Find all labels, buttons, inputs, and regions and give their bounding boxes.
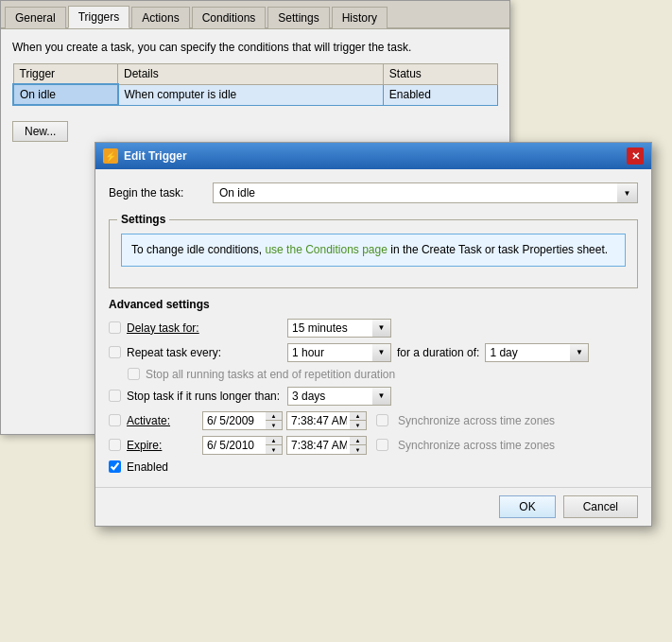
activate-time-wrapper: ▲ ▼ bbox=[286, 411, 367, 430]
stop-task-row: Stop task if it runs longer than: 3 days… bbox=[109, 387, 638, 406]
duration-label: for a duration of: bbox=[397, 346, 479, 359]
edit-trigger-dialog: ⚡ Edit Trigger ✕ Begin the task: On idle… bbox=[95, 142, 652, 527]
dialog-close-button[interactable]: ✕ bbox=[627, 147, 644, 165]
main-content: When you create a task, you can specify … bbox=[1, 29, 509, 153]
info-link[interactable]: use the Conditions page bbox=[265, 243, 387, 256]
delay-task-select-wrapper: 15 minutes 30 minutes 1 hour ▼ bbox=[287, 319, 391, 338]
delay-task-checkbox[interactable] bbox=[109, 321, 121, 334]
activate-date-wrapper: ▲ ▼ bbox=[202, 411, 283, 430]
activate-row: Activate: ▲ ▼ ▲ ▼ Synchronize across tim… bbox=[109, 411, 638, 430]
new-button[interactable]: New... bbox=[12, 121, 68, 142]
stop-running-label: Stop all running tasks at end of repetit… bbox=[146, 368, 395, 381]
expire-date-wrapper: ▲ ▼ bbox=[202, 436, 283, 455]
expire-time-wrapper: ▲ ▼ bbox=[286, 436, 367, 455]
stop-running-row: Stop all running tasks at end of repetit… bbox=[109, 368, 638, 381]
cancel-button[interactable]: Cancel bbox=[563, 495, 638, 518]
duration-select[interactable]: 1 day 12 hours 1 hour bbox=[485, 343, 589, 362]
enabled-row: Enabled bbox=[109, 460, 638, 474]
tab-actions[interactable]: Actions bbox=[131, 7, 189, 28]
repeat-task-checkbox[interactable] bbox=[109, 346, 121, 358]
expire-label: Expire: bbox=[127, 439, 202, 452]
stop-task-checkbox[interactable] bbox=[109, 390, 121, 402]
repeat-task-select[interactable]: 1 hour 30 minutes 15 minutes bbox=[287, 343, 391, 362]
ok-button[interactable]: OK bbox=[499, 495, 555, 518]
dialog-title-text: Edit Trigger bbox=[124, 149, 187, 163]
begin-task-select-wrapper: On idle At startup At log on On a schedu… bbox=[213, 182, 638, 203]
enabled-checkbox[interactable] bbox=[109, 460, 121, 473]
table-row[interactable]: On idle When computer is idle Enabled bbox=[13, 84, 498, 105]
stop-running-checkbox[interactable] bbox=[128, 368, 140, 380]
delay-task-select[interactable]: 15 minutes 30 minutes 1 hour bbox=[287, 319, 391, 338]
tab-history[interactable]: History bbox=[332, 7, 388, 28]
row-details: When computer is idle bbox=[118, 84, 384, 105]
dialog-body: Begin the task: On idle At startup At lo… bbox=[95, 169, 651, 487]
activate-checkbox[interactable] bbox=[109, 414, 121, 426]
repeat-task-select-wrapper: 1 hour 30 minutes 15 minutes ▼ bbox=[287, 343, 391, 362]
expire-checkbox[interactable] bbox=[109, 439, 121, 451]
sync-checkbox-2[interactable] bbox=[376, 439, 388, 451]
dialog-icon: ⚡ bbox=[103, 148, 118, 164]
begin-task-select[interactable]: On idle At startup At log on On a schedu… bbox=[213, 182, 638, 203]
info-box: To change idle conditions, use the Condi… bbox=[121, 234, 626, 267]
description-text: When you create a task, you can specify … bbox=[12, 41, 498, 54]
info-text-after: in the Create Task or task Properties sh… bbox=[390, 243, 608, 256]
delay-task-row: Delay task for: 15 minutes 30 minutes 1 … bbox=[109, 319, 638, 338]
sync-label-2: Synchronize across time zones bbox=[376, 439, 555, 452]
expire-row: Expire: ▲ ▼ ▲ ▼ Synchronize across time … bbox=[109, 436, 638, 455]
activate-time-input[interactable] bbox=[286, 411, 367, 430]
enabled-label: Enabled bbox=[127, 460, 168, 474]
settings-content: To change idle conditions, use the Condi… bbox=[110, 226, 637, 278]
col-header-trigger: Trigger bbox=[13, 64, 118, 85]
expire-date-input[interactable] bbox=[202, 436, 283, 455]
settings-group: Settings To change idle conditions, use … bbox=[109, 213, 638, 288]
begin-task-label: Begin the task: bbox=[109, 186, 213, 200]
expire-time-input[interactable] bbox=[286, 436, 367, 455]
activate-label: Activate: bbox=[127, 414, 202, 427]
sync-checkbox-1[interactable] bbox=[376, 414, 388, 426]
row-status: Enabled bbox=[383, 84, 497, 105]
advanced-settings-label: Advanced settings bbox=[109, 298, 638, 311]
stop-task-select-wrapper: 3 days 1 day 12 hours ▼ bbox=[287, 387, 391, 406]
tab-triggers[interactable]: Triggers bbox=[68, 6, 130, 28]
repeat-task-row: Repeat task every: 1 hour 30 minutes 15 … bbox=[109, 343, 638, 362]
dialog-titlebar: ⚡ Edit Trigger ✕ bbox=[95, 143, 651, 169]
trigger-table: Trigger Details Status On idle When comp… bbox=[12, 63, 498, 106]
stop-task-label: Stop task if it runs longer than: bbox=[127, 390, 287, 403]
repeat-task-label: Repeat task every: bbox=[127, 346, 287, 359]
settings-group-legend: Settings bbox=[117, 213, 169, 226]
delay-task-label: Delay task for: bbox=[127, 321, 287, 335]
dialog-footer: OK Cancel bbox=[95, 487, 651, 526]
tab-settings[interactable]: Settings bbox=[267, 7, 329, 28]
info-text-before: To change idle conditions, bbox=[131, 243, 262, 256]
begin-task-row: Begin the task: On idle At startup At lo… bbox=[109, 182, 638, 203]
sync-label-1: Synchronize across time zones bbox=[376, 414, 555, 427]
tab-bar: General Triggers Actions Conditions Sett… bbox=[1, 1, 509, 29]
col-header-status: Status bbox=[383, 64, 497, 85]
activate-date-input[interactable] bbox=[202, 411, 283, 430]
stop-task-select[interactable]: 3 days 1 day 12 hours bbox=[287, 387, 391, 406]
col-header-details: Details bbox=[118, 64, 384, 85]
row-trigger: On idle bbox=[13, 84, 118, 105]
tab-conditions[interactable]: Conditions bbox=[192, 7, 267, 28]
tab-general[interactable]: General bbox=[5, 7, 66, 28]
duration-select-wrapper: 1 day 12 hours 1 hour ▼ bbox=[485, 343, 589, 362]
